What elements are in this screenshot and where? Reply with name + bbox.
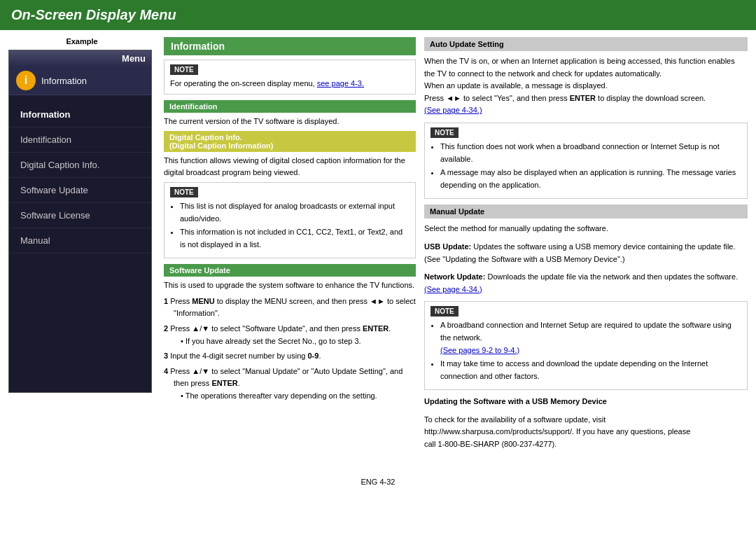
identification-label: Identification <box>164 100 416 113</box>
left-panel: Example Menu i Information Information I… <box>8 37 155 457</box>
note4-link[interactable]: (See pages 9-2 to 9-4.) <box>440 346 519 354</box>
digital-caption-text: This function allows viewing of digital … <box>164 155 416 178</box>
usb-device-text: To check for the availability of a softw… <box>424 414 748 451</box>
network-update-term: Network Update: <box>424 272 485 281</box>
middle-panel: Information NOTE For operating the on-sc… <box>164 37 416 457</box>
note-label-2: NOTE <box>170 187 198 197</box>
note-box-4: NOTE A broadband connection and Internet… <box>424 301 748 390</box>
note-content-1: For operating the on-screen display menu… <box>170 78 410 90</box>
note-label-1: NOTE <box>170 64 198 75</box>
list-item: A broadband connection and Internet Setu… <box>440 319 741 356</box>
menu-item-manual[interactable]: Manual <box>9 228 151 253</box>
footer-text: ENG 4-32 <box>361 478 396 486</box>
manual-update-intro: Select the method for manually updating … <box>424 223 748 235</box>
steps-list: 1 Press MENU to display the MENU screen,… <box>164 296 416 403</box>
footer: ENG 4-32 <box>0 464 756 500</box>
note1-text: For operating the on-screen display menu… <box>170 79 317 88</box>
menu-item-identification[interactable]: Identification <box>9 127 151 153</box>
note-label-3: NOTE <box>430 127 458 138</box>
network-update-link[interactable]: (See page 4-34.) <box>424 285 482 293</box>
menu-mockup: Menu i Information Information Identific… <box>8 50 152 393</box>
note3-list: This function does not work when a broad… <box>430 141 741 191</box>
usb-update-term: USB Update: <box>424 242 471 251</box>
page-header: On-Screen Display Menu <box>0 0 756 30</box>
page-title: On-Screen Display Menu <box>11 7 176 22</box>
usb-device-heading: Updating the Software with a USB Memory … <box>424 396 748 408</box>
note4-list: A broadband connection and Internet Setu… <box>430 319 741 382</box>
note-label-4: NOTE <box>430 306 458 317</box>
note-box-3: NOTE This function does not work when a … <box>424 123 748 199</box>
identification-text: The current version of the TV software i… <box>164 116 416 127</box>
menu-title-label: Menu <box>122 53 146 64</box>
note1-link[interactable]: see page 4-3. <box>317 79 364 88</box>
step2-sub: • If you have already set the Secret No.… <box>174 335 416 348</box>
list-item: This list is not displayed for analog br… <box>180 200 410 225</box>
auto-update-text: When the TV is on, or when an Internet a… <box>424 55 748 117</box>
list-item: 2 Press ▲/▼ to select "Software Update",… <box>164 323 416 347</box>
menu-mockup-header: Menu <box>9 50 151 67</box>
info-icon: i <box>16 71 36 90</box>
list-item: This function does not work when a broad… <box>440 141 741 165</box>
menu-item-information[interactable]: Information <box>9 102 151 127</box>
menu-info-row: i Information <box>9 67 151 95</box>
usb-update: USB Update: Updates the software using a… <box>424 241 748 265</box>
menu-item-software-update[interactable]: Software Update <box>9 178 151 203</box>
list-item: 1 Press MENU to display the MENU screen,… <box>164 296 416 320</box>
menu-info-label: Information <box>41 76 87 86</box>
digital-caption-label: Digital Caption Info.(Digital Caption In… <box>164 131 416 152</box>
auto-update-heading: Auto Update Setting <box>424 37 748 51</box>
note-box-1: NOTE For operating the on-screen display… <box>164 60 416 95</box>
list-item: 3 Input the 4-digit secret number by usi… <box>164 350 416 363</box>
list-item: This information is not included in CC1,… <box>180 226 410 251</box>
auto-update-link[interactable]: (See page 4-34.) <box>424 106 482 114</box>
example-label: Example <box>8 37 155 46</box>
list-item: It may take time to access and download … <box>440 358 741 382</box>
menu-items-list: Information Identification Digital Capti… <box>9 95 151 260</box>
network-update: Network Update: Downloads the update fil… <box>424 271 748 296</box>
list-item: 4 Press ▲/▼ to select "Manual Update" or… <box>164 366 416 403</box>
note2-list: This list is not displayed for analog br… <box>170 200 410 251</box>
usb-device-heading-text: Updating the Software with a USB Memory … <box>424 397 607 405</box>
software-update-text: This is used to upgrade the system softw… <box>164 279 416 291</box>
main-content: Example Menu i Information Information I… <box>0 30 756 464</box>
list-item: A message may also be displayed when an … <box>440 167 741 191</box>
right-panel: Auto Update Setting When the TV is on, o… <box>424 37 748 457</box>
manual-update-heading: Manual Update <box>424 204 748 218</box>
network-update-text: Downloads the update file via the networ… <box>487 272 738 281</box>
menu-item-digital-caption[interactable]: Digital Caption Info. <box>9 153 151 178</box>
menu-item-software-license[interactable]: Software License <box>9 203 151 228</box>
note-box-2: NOTE This list is not displayed for anal… <box>164 182 416 258</box>
step4-sub: • The operations thereafter vary dependi… <box>174 390 416 403</box>
information-heading: Information <box>164 37 416 55</box>
software-update-label: Software Update <box>164 264 416 277</box>
usb-update-text: Updates the software using a USB memory … <box>424 242 736 263</box>
